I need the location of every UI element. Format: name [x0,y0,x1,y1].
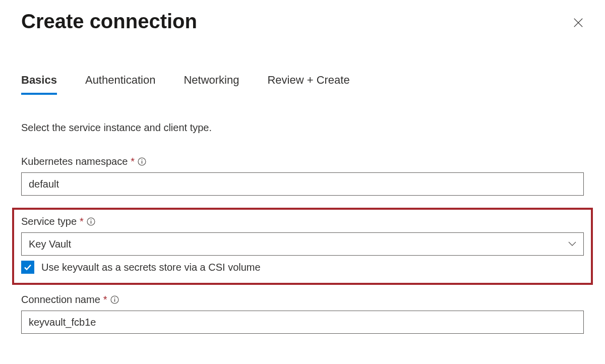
service-type-label-row: Service type * [21,216,584,227]
info-icon[interactable] [110,295,119,304]
tabs: Basics Authentication Networking Review … [21,74,584,95]
svg-rect-10 [114,299,115,301]
tab-networking[interactable]: Networking [184,74,239,95]
info-icon[interactable] [138,157,146,166]
tab-basics[interactable]: Basics [21,74,57,95]
connection-name-input[interactable] [21,311,584,334]
required-indicator: * [103,294,107,306]
service-type-label: Service type [21,216,77,227]
description-text: Select the service instance and client t… [21,122,584,134]
csi-checkbox[interactable] [21,261,34,274]
highlighted-group: Service type * Use keyvault as a secrets… [12,208,593,285]
close-icon[interactable] [570,14,587,33]
header-row: Create connection [21,10,584,33]
connection-name-label-row: Connection name * [21,294,584,306]
namespace-label-row: Kubernetes namespace * [21,156,584,167]
tab-review-create[interactable]: Review + Create [267,74,349,95]
svg-rect-4 [142,161,143,163]
service-type-select[interactable] [21,232,584,256]
namespace-label: Kubernetes namespace [21,156,128,167]
svg-point-3 [142,159,143,160]
csi-checkbox-row: Use keyvault as a secrets store via a CS… [21,261,584,274]
namespace-input[interactable] [21,172,584,196]
svg-point-9 [114,297,115,298]
field-service-type: Service type * Use keyvault as a secrets… [21,216,584,274]
required-indicator: * [131,156,135,167]
field-connection-name: Connection name * [21,294,584,334]
svg-rect-7 [91,221,92,223]
info-icon[interactable] [87,217,95,226]
service-type-select-wrapper [21,232,584,256]
svg-point-6 [90,219,91,220]
page-title: Create connection [21,10,197,33]
csi-checkbox-label: Use keyvault as a secrets store via a CS… [41,262,261,273]
connection-name-label: Connection name [21,294,100,306]
create-connection-pane: Create connection Basics Authentication … [0,0,605,334]
required-indicator: * [80,216,84,227]
tab-authentication[interactable]: Authentication [85,74,155,95]
field-namespace: Kubernetes namespace * [21,156,584,196]
